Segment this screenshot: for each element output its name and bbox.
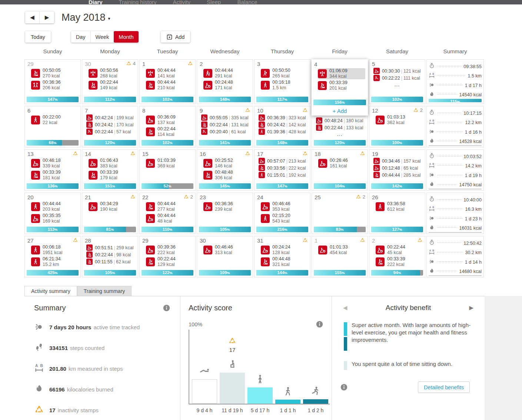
nav-item-training-history[interactable]: Training history <box>118 0 157 4</box>
activity-entry[interactable]: 00:50:05270 kcal <box>31 68 79 79</box>
next-month-button[interactable]: ▶ <box>40 11 54 23</box>
activity-entry[interactable]: 00:44:44|285 kcal <box>373 172 423 178</box>
day-cell-8[interactable]: 8 00:36:09137 kcal 00:22:44114 kcal 102% <box>139 106 196 147</box>
activity-entry[interactable]: 00:22:44129 kcal <box>146 256 193 267</box>
activity-entry[interactable]: 00:33:39222 kcal <box>376 256 423 267</box>
day-cell-5[interactable]: 5 00:30:30|121 kcal 00:22:22|111 kcal...… <box>369 59 425 104</box>
activity-entry[interactable]: 00:44:48321 kcal <box>261 256 308 267</box>
activity-entry[interactable]: 00:44:4448 kcal <box>146 213 193 224</box>
activity-entry[interactable]: 00:33:39179 kcal <box>89 170 136 181</box>
activity-entry[interactable]: 00:22:44|131 kcal <box>201 121 251 128</box>
benefit-next-button[interactable]: ▶ <box>468 304 475 311</box>
activity-entry[interactable]: 00:22:44149 kcal <box>89 80 136 91</box>
activity-entry[interactable]: 01:15:01|192 kcal <box>259 172 308 178</box>
activity-entry[interactable]: 01:06:43383 kcal <box>89 158 136 169</box>
day-cell-4[interactable]: 4 01:06:09344 kcal 00:33:39201 kcal 156%… <box>312 59 368 116</box>
tab-training-summary[interactable]: Training summary <box>77 286 132 296</box>
activity-entry[interactable]: 00:22:22|111 kcal <box>373 75 423 81</box>
activity-entry[interactable]: 00:48:48306 kcal <box>203 170 251 181</box>
activity-entry[interactable]: 00:34:46|157 kcal <box>373 158 423 164</box>
activity-entry[interactable]: 06:21:3415.2 km <box>31 256 79 267</box>
day-cell-30[interactable]: 30 00:46:46313 kcal 109% <box>197 236 253 277</box>
activity-entry[interactable]: 00:22:44|98 kcal <box>86 251 136 258</box>
activity-entry[interactable]: 00:34:29190 kcal <box>89 201 136 212</box>
activity-entry[interactable]: 00:24:42|170 kcal <box>86 121 136 128</box>
activity-entry[interactable]: 00:33:39181 kcal <box>31 170 79 181</box>
day-cell-15[interactable]: 15 01:03:39369 kcal 52% <box>139 149 196 191</box>
more-activities-ellipsis[interactable]: ... <box>371 83 423 86</box>
activity-entry[interactable]: 00:36:09137 kcal <box>146 114 193 126</box>
activity-entry[interactable]: 00:22:44|57 kcal <box>86 129 136 135</box>
nav-item-diary[interactable]: Diary <box>88 0 103 4</box>
day-cell-1[interactable]: 1 00:44:44141 kcal 00:44:44210 kcal 102% <box>139 59 196 104</box>
activity-entry[interactable]: 00:44:44277 kcal <box>146 201 193 212</box>
activity-entry[interactable]: 03:36:58612 kcal <box>376 201 423 212</box>
activity-entry[interactable]: 00:36:36206 kcal <box>31 80 79 91</box>
activity-entry[interactable]: 00:46:46313 kcal <box>203 244 251 256</box>
add-training-link[interactable]: + Add <box>313 108 366 114</box>
activity-entry[interactable]: 01:03:39369 kcal <box>146 158 193 169</box>
add-button[interactable]: Add <box>161 31 190 43</box>
activity-entry[interactable]: 00:33:56|222 kcal <box>259 165 308 171</box>
activity-entry[interactable]: 00:48:24|180 kcal <box>316 117 366 124</box>
info-icon[interactable] <box>163 304 170 312</box>
activity-entry[interactable]: 00:22:0022 kcal <box>31 114 79 126</box>
activity-entry[interactable]: 01:01:33454 kcal <box>318 244 366 256</box>
activity-entry[interactable]: 00:11:55|62 kcal <box>86 259 136 265</box>
detailed-benefits-button[interactable]: Detailed benefits <box>418 381 470 393</box>
day-cell-29-muted[interactable]: 29 00:50:05270 kcal 00:36:36206 kcal 147… <box>24 59 81 104</box>
day-cell-27[interactable]: 27 00:06:181951 kcal 06:21:3415.2 km 425… <box>24 236 81 277</box>
info-icon[interactable] <box>340 383 348 391</box>
activity-entry[interactable]: 00:46:18339 kcal <box>31 158 79 169</box>
nav-item-balance[interactable]: Balance <box>236 0 258 4</box>
activity-entry[interactable]: 00:42:24|199 kcal <box>86 114 136 121</box>
activity-entry[interactable]: 00:36:39|323 kcal <box>259 114 308 121</box>
activity-entry[interactable]: 00:44:44291 kcal <box>203 68 251 79</box>
day-cell-29[interactable]: 29 00:39:36222 kcal 00:22:44129 kcal 122… <box>139 236 196 277</box>
day-cell-10[interactable]: 10 00:36:39|323 kcal 00:24:42|142 kcal 0… <box>254 106 310 147</box>
activity-entry[interactable]: 02:15:20543 kcal <box>261 213 308 224</box>
activity-entry[interactable]: 00:25:52146 kcal <box>203 158 251 169</box>
activity-entry[interactable]: 00:22:44114 kcal <box>146 126 193 137</box>
day-cell-18[interactable]: 18 00:26:46161 kcal 104% <box>312 149 368 191</box>
day-cell-26[interactable]: 26 03:36:58612 kcal 127% <box>369 193 425 234</box>
day-cell-9[interactable]: 9 00:55:05|335 kcal 00:22:44|131 kcal 00… <box>197 106 253 147</box>
activity-entry[interactable]: 00:30:30|121 kcal <box>373 68 423 74</box>
day-cell-28[interactable]: 28 00:51:51|259 kcal 00:22:44|98 kcal 00… <box>82 236 138 277</box>
day-cell-17[interactable]: 17 00:57:07|213 kcal 00:33:56|222 kcal 0… <box>254 149 310 191</box>
day-cell-31[interactable]: 31 00:24:24128 kcal 00:44:48321 kcal 144… <box>254 236 310 277</box>
activity-entry[interactable]: 00:50:56268 kcal <box>89 68 136 79</box>
day-cell-12[interactable]: 12 2 01:03:13362 kcal 100% <box>369 106 425 147</box>
activity-entry[interactable]: 00:44:44203 kcal <box>31 201 79 212</box>
activity-entry[interactable]: 00:36:36239 kcal <box>203 201 251 212</box>
today-button[interactable]: Today <box>25 31 51 43</box>
day-cell-7[interactable]: 7 00:42:24|199 kcal 00:24:42|170 kcal 00… <box>82 106 138 147</box>
previous-month-button[interactable]: ◀ <box>25 11 40 23</box>
day-cell-25[interactable]: 25 2 83% <box>312 193 368 234</box>
day-cell-13[interactable]: 13 00:46:18339 kcal 00:33:39181 kcal 136… <box>24 149 81 191</box>
day-cell-20[interactable]: 20 00:44:44203 kcal 00:35:35169 kcal 113… <box>24 193 81 234</box>
activity-entry[interactable]: 00:20:40|61 kcal <box>201 129 251 135</box>
activity-entry[interactable]: 01:39:36|428 kcal <box>259 129 308 135</box>
activity-entry[interactable]: 01:06:09344 kcal <box>318 68 365 79</box>
day-cell-22[interactable]: 22 2 00:44:44277 kcal 00:44:4448 kcal 11… <box>139 193 196 234</box>
activity-entry[interactable]: 00:44:44141 kcal <box>146 68 193 79</box>
day-cell-14[interactable]: 14 01:06:43383 kcal 00:33:39179 kcal 151… <box>82 149 138 191</box>
activity-entry[interactable]: 00:26:46161 kcal <box>318 158 366 169</box>
activity-entry[interactable]: 00:44:44210 kcal <box>146 80 193 91</box>
activity-entry[interactable]: 00:55:05|335 kcal <box>201 114 251 121</box>
view-button-week[interactable]: Week <box>90 31 114 43</box>
activity-entry[interactable]: 00:22:44|133 kcal <box>316 124 366 131</box>
activity-entry[interactable]: 00:12:48|65 kcal <box>373 165 423 171</box>
day-cell-21[interactable]: 21 00:34:29190 kcal 81% <box>82 193 138 234</box>
activity-entry[interactable]: 00:33:39201 kcal <box>318 80 366 91</box>
info-icon[interactable] <box>316 320 323 328</box>
day-cell-2-muted[interactable]: 2 00:22:4445 kcal 00:33:39222 kcal 94% <box>369 236 425 277</box>
activity-entry[interactable]: 00:50:50265 kcal <box>261 68 308 79</box>
day-cell-2[interactable]: 2 00:44:44291 kcal 00:24:48171 kcal 148% <box>197 59 253 104</box>
activity-entry[interactable]: 00:24:42|142 kcal <box>259 121 308 128</box>
day-cell-23[interactable]: 23 00:36:36239 kcal 105% <box>197 193 253 234</box>
activity-entry[interactable]: 00:24:24128 kcal <box>261 244 308 256</box>
activity-entry[interactable]: 00:57:07|213 kcal <box>259 158 308 164</box>
day-cell-16[interactable]: 16 00:25:52146 kcal 00:48:48306 kcal 145… <box>197 149 253 191</box>
